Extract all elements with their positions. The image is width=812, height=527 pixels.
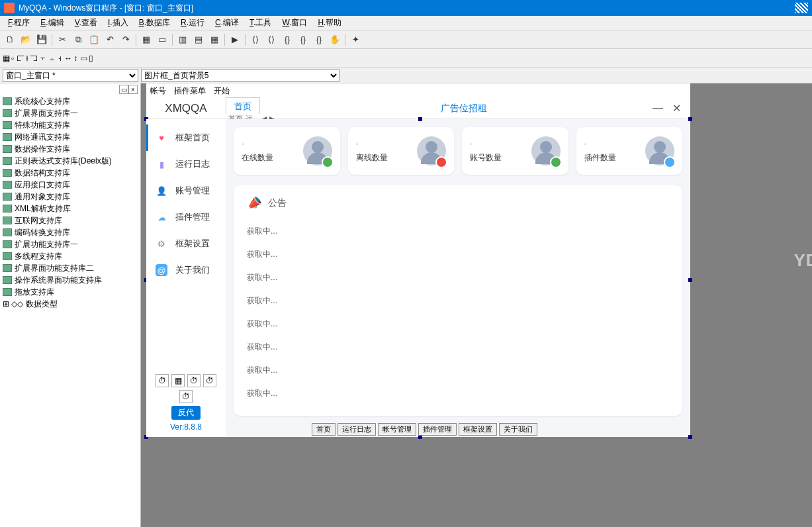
layout3-icon[interactable]: ▦ <box>207 32 222 47</box>
tree-item[interactable]: 操作系统界面功能支持库 <box>1 274 139 286</box>
calendar-icon[interactable]: ▦ <box>171 374 185 387</box>
sidebar-item-book[interactable]: ▮运行日志 <box>146 151 226 177</box>
ad-banner[interactable]: 广告位招租 <box>275 103 653 115</box>
align-bottom-icon[interactable]: ⫞ <box>58 54 62 63</box>
clock-icon[interactable]: ⏱ <box>156 374 169 387</box>
tree-item-label: 编码转换支持库 <box>15 227 70 238</box>
panel-close-icon[interactable]: × <box>128 85 138 94</box>
tool3-icon[interactable]: {} <box>280 32 294 47</box>
menu-item[interactable]: W.窗口 <box>277 16 312 30</box>
tree-expand-icon[interactable]: ⊞ ◇◇ <box>3 299 23 309</box>
dist-v-icon[interactable]: ↕ <box>73 54 77 63</box>
menu-item[interactable]: V.查看 <box>69 16 103 30</box>
bottom-tab[interactable]: 首页 <box>312 423 336 436</box>
bottom-tab[interactable]: 运行日志 <box>338 423 376 436</box>
tree-item[interactable]: 正则表达式支持库(Deelx版) <box>1 155 139 167</box>
sidebar-item-gear[interactable]: ⚙框架设置 <box>146 230 226 257</box>
layout2-icon[interactable]: ▤ <box>191 32 206 47</box>
tool5-icon[interactable]: {} <box>312 32 326 47</box>
align-right-icon[interactable]: ⫎ <box>30 54 38 63</box>
bottom-tab[interactable]: 框架设置 <box>459 423 497 436</box>
menu-item[interactable]: R.运行 <box>175 16 210 30</box>
align-left-icon[interactable]: ⫍ <box>17 54 24 63</box>
menu-item[interactable]: T.工具 <box>244 16 277 30</box>
status-dot-icon <box>550 156 562 168</box>
run-icon[interactable]: ▶ <box>228 32 242 47</box>
menu-item[interactable]: E.编辑 <box>35 16 69 30</box>
clock-icon[interactable]: ⏱ <box>187 374 201 387</box>
paste-icon[interactable]: 📋 <box>87 32 101 47</box>
tree-item[interactable]: 系统核心支持库 <box>1 95 139 107</box>
tree-item[interactable]: 扩展界面功能支持库二 <box>1 262 139 274</box>
at-icon: @ <box>156 264 167 276</box>
save-icon[interactable]: 💾 <box>34 32 49 47</box>
app-header: XMQQA 首页 首页 运... ◀ ▶ 广告位招租 — ✕ <box>146 98 690 119</box>
bottom-tab[interactable]: 插件管理 <box>418 423 457 436</box>
sidebar-item-heart[interactable]: ♥框架首页 <box>146 124 226 151</box>
undo-icon[interactable]: ↶ <box>103 32 117 47</box>
size1-icon[interactable]: ▭ <box>80 54 87 63</box>
tree-item[interactable]: 扩展界面支持库一 <box>1 107 139 119</box>
tree-item[interactable]: 数据操作支持库 <box>1 143 139 155</box>
tree-item[interactable]: ⊞ ◇◇ 数据类型 <box>1 298 139 310</box>
panel-dock-icon[interactable]: ▭ <box>119 85 128 94</box>
align-center-h-icon[interactable]: ⫲ <box>26 54 28 63</box>
menu-item[interactable]: F.程序 <box>3 16 35 30</box>
tree-item[interactable]: 互联网支持库 <box>1 215 139 226</box>
tree-item[interactable]: 特殊功能支持库 <box>1 119 139 131</box>
copy-icon[interactable]: ⧉ <box>71 32 85 47</box>
window-selector[interactable]: 窗口_主窗口 * <box>3 69 138 82</box>
new-icon[interactable]: 🗋 <box>3 32 17 47</box>
open-icon[interactable]: 📂 <box>19 32 33 47</box>
hand-icon[interactable]: ✋ <box>328 32 342 47</box>
tree-item[interactable]: 网络通讯支持库 <box>1 131 139 143</box>
tree-item-label: XML解析支持库 <box>15 203 71 215</box>
sidebar-item-user[interactable]: 👤账号管理 <box>146 177 226 204</box>
sidebar-item-at[interactable]: @关于我们 <box>146 257 226 283</box>
sidebar-item-cloud[interactable]: ☁插件管理 <box>146 204 226 230</box>
stat-card: -离线数量 <box>348 127 455 175</box>
align-top-icon[interactable]: ⫟ <box>39 54 47 63</box>
tool1-icon[interactable]: ⟨⟩ <box>248 32 263 47</box>
tool4-icon[interactable]: {} <box>296 32 310 47</box>
tree-item-label: 正则表达式支持库(Deelx版) <box>15 156 112 167</box>
size2-icon[interactable]: ▯ <box>89 54 93 63</box>
app-menu-item[interactable]: 插件菜单 <box>174 85 206 97</box>
minimize-icon[interactable]: — <box>653 102 663 115</box>
menu-item[interactable]: I.插入 <box>103 16 134 30</box>
bottom-tab[interactable]: 关于我们 <box>499 423 537 436</box>
align-center-v-icon[interactable]: ⫠ <box>48 54 56 63</box>
tab-home[interactable]: 首页 <box>226 97 260 114</box>
tree-item[interactable]: 通用对象支持库 <box>1 191 139 203</box>
menu-item[interactable]: B.数据库 <box>134 16 175 30</box>
tree-item[interactable]: 编码转换支持库 <box>1 226 139 238</box>
tree-item-label: 网络通讯支持库 <box>15 132 70 143</box>
tree-item[interactable]: 扩展功能支持库一 <box>1 238 139 250</box>
notice-item: 获取中... <box>247 289 669 312</box>
form-icon[interactable]: ▭ <box>155 32 169 47</box>
tree-item[interactable]: 应用接口支持库 <box>1 179 139 191</box>
toolbar-primary: 🗋 📂 💾 ✂ ⧉ 📋 ↶ ↷ ▦ ▭ ▥ ▤ ▦ ▶ ⟨⟩ ⟨⟩ {} {} … <box>0 30 812 49</box>
menu-item[interactable]: C.编译 <box>210 16 244 30</box>
redo-icon[interactable]: ↷ <box>118 32 133 47</box>
align1-icon[interactable]: ▦ <box>3 54 10 63</box>
tree-item[interactable]: 多线程支持库 <box>1 250 139 262</box>
clock-icon[interactable]: ⏱ <box>179 390 193 403</box>
app-menu-item[interactable]: 帐号 <box>150 85 166 97</box>
menu-item[interactable]: H.帮助 <box>312 16 347 30</box>
tree-item[interactable]: 数据结构支持库 <box>1 167 139 179</box>
align2-icon[interactable]: ▫ <box>11 54 14 63</box>
close-icon[interactable]: ✕ <box>672 102 681 115</box>
layout1-icon[interactable]: ▥ <box>175 32 190 47</box>
grid-icon[interactable]: ▦ <box>139 32 154 47</box>
clock-icon[interactable]: ⏱ <box>203 374 216 387</box>
tree-item[interactable]: 拖放支持库 <box>1 286 139 298</box>
component-selector[interactable]: 图片框_首页背景5 <box>141 69 339 82</box>
bottom-tab[interactable]: 帐号管理 <box>378 423 416 436</box>
proxy-badge[interactable]: 反代 <box>171 406 201 420</box>
star-icon[interactable]: ✦ <box>348 32 363 47</box>
cut-icon[interactable]: ✂ <box>55 32 69 47</box>
tool2-icon[interactable]: ⟨⟩ <box>264 32 279 47</box>
dist-h-icon[interactable]: ↔ <box>64 54 72 63</box>
tree-item[interactable]: XML解析支持库 <box>1 203 139 215</box>
